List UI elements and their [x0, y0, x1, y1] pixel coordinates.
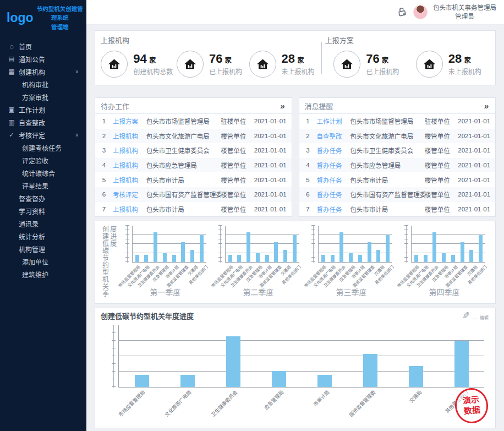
y-tick: [112, 363, 116, 364]
task-type-link[interactable]: 自查整改: [317, 132, 350, 140]
chevron-down-icon: ∨: [75, 132, 79, 138]
date: 2021-01-01: [254, 162, 292, 168]
y-tick: [125, 239, 129, 239]
annual-title: 创建低碳节约型机关年度进度: [101, 310, 194, 321]
y-tick: [218, 253, 222, 253]
sidebar-item-统计碳综合[interactable]: 统计碳综合: [0, 167, 86, 179]
bar: [442, 253, 446, 262]
stats-divider: [321, 42, 322, 74]
bar: [144, 255, 148, 262]
messages-card-head: 消息提醒 »: [299, 98, 496, 114]
task-type-link[interactable]: 督办任务: [317, 161, 350, 170]
task-type-link[interactable]: 上报机构: [113, 146, 146, 155]
sidebar-item-机构管理[interactable]: 机构管理: [0, 243, 86, 255]
bar: [317, 375, 332, 387]
messages-more-icon[interactable]: »: [484, 101, 489, 111]
y-tick: [125, 248, 129, 248]
sidebar-item-学习资料[interactable]: 学习资料: [0, 205, 86, 217]
table-row: 3上报机构包头市卫生健康委员会楼管单位2021-01-01: [95, 143, 292, 158]
task-type-link[interactable]: 上报方案: [113, 117, 146, 126]
row-index: 6: [299, 191, 317, 198]
task-type-link[interactable]: 督办任务: [317, 146, 350, 155]
user-org: 包头市机关事务管理局: [433, 3, 496, 12]
sidebar-item-机构审批[interactable]: 机构审批: [0, 78, 86, 91]
demo-stamp-line2: 数据: [463, 405, 481, 417]
bar: [454, 341, 469, 387]
task-type-link[interactable]: 工作计划: [317, 117, 350, 126]
y-tick: [112, 325, 116, 325]
y-tick: [404, 234, 408, 235]
sidebar-item-自查整改[interactable]: ▥自查整改: [0, 116, 86, 129]
sidebar-item-建筑维护[interactable]: 建筑维护: [0, 268, 86, 281]
stat-item: 28 家未上报机构: [407, 51, 490, 78]
lock-icon[interactable]: [396, 6, 409, 19]
sidebar-item-通讯录[interactable]: 通讯录: [0, 217, 86, 230]
bar: [180, 375, 195, 387]
bar: [414, 255, 418, 262]
y-tick: [125, 225, 129, 226]
sidebar-item-创建考核任务[interactable]: 创建考核任务: [0, 141, 86, 154]
building-icon: [256, 58, 269, 70]
user-info[interactable]: 包头市机关事务管理局 管理员: [433, 3, 496, 21]
stat-value: 76: [366, 52, 379, 66]
edit-button[interactable]: ✎ ... 编辑: [462, 311, 489, 320]
sidebar-item-label: 统计碳综合: [22, 168, 55, 178]
task-type-link[interactable]: 上报机构: [113, 205, 146, 214]
date: 2021-01-01: [254, 177, 292, 183]
sidebar-item-方案审批[interactable]: 方案审批: [0, 91, 86, 103]
sidebar-item-考核评定[interactable]: ✓考核评定∨: [0, 129, 86, 141]
y-tick: [311, 248, 315, 248]
stat-label: 已上报机构: [366, 67, 399, 76]
sidebar-nav: ⌂首页▤通知公告▦创建机构∨机构审批方案审批▣工作计划▥自查整改✓考核评定∨创建…: [0, 40, 86, 281]
org-name: 包头市卫生健康委员会: [146, 146, 221, 155]
sidebar-item-label: 通讯录: [19, 219, 39, 228]
task-type-link[interactable]: 考核评定: [113, 190, 146, 199]
org-name: 包头市应急管理局: [350, 161, 425, 170]
sidebar-item-label: 创建机构: [19, 67, 45, 77]
chart-caption: 第一季度: [121, 286, 210, 297]
unit-type: 驻楼单位: [221, 117, 254, 126]
sidebar-item-督查督办[interactable]: 督查督办: [0, 192, 86, 205]
sidebar-item-首页[interactable]: ⌂首页: [0, 40, 86, 53]
sidebar-item-统计分析[interactable]: 统计分析: [0, 230, 86, 243]
task-type-link[interactable]: 上报机构: [113, 176, 146, 184]
stat-label: 未上报机构: [282, 67, 315, 76]
logo[interactable]: logo 节约型机关创建管理系统 管理端: [0, 0, 86, 35]
gridline: [412, 253, 485, 253]
sidebar-item-添加单位[interactable]: 添加单位: [0, 255, 86, 268]
table-row: 6考核评定包头市国有资产监督管理委员楼管单位2021-01-01: [95, 187, 292, 202]
table-row: 5督办任务包头市审计局楼管单位2021-01-01: [299, 172, 496, 187]
sidebar-item-评星结果[interactable]: 评星结果: [0, 179, 86, 192]
y-tick: [125, 243, 129, 244]
task-type-link[interactable]: 督办任务: [317, 205, 350, 214]
sidebar-item-创建机构[interactable]: ▦创建机构∨: [0, 66, 86, 78]
create-org-icon: ▦: [8, 68, 15, 75]
task-type-link[interactable]: 督办任务: [317, 190, 350, 199]
sidebar-item-评定验收[interactable]: 评定验收: [0, 154, 86, 167]
todo-rows: 1上报方案包头市市场监督管理局驻楼单位2021-01-012上报机构包头市文化旅…: [95, 114, 292, 216]
self-check-icon: ▥: [8, 118, 15, 126]
bar: [190, 250, 194, 262]
y-tick: [218, 234, 222, 235]
todo-card-head: 待办工作 »: [95, 98, 292, 114]
stats-card: 上报机构 94 家创建机构总数76 家已上报机构28 家未上报机构 上报方案 7…: [95, 30, 496, 85]
stat-circle: [177, 51, 204, 78]
todo-more-icon[interactable]: »: [280, 101, 284, 111]
task-type-link[interactable]: 上报机构: [113, 161, 146, 170]
sidebar-item-工作计划[interactable]: ▣工作计划: [0, 103, 86, 116]
org-name: 包头市文化旅游广电局: [146, 132, 221, 140]
y-tick: [218, 257, 222, 258]
stat-item: 76 家已上报机构: [173, 51, 246, 78]
table-row: 7督办任务包头市审计局楼管单位2021-01-01: [299, 202, 496, 217]
task-type-link[interactable]: 上报机构: [113, 132, 146, 140]
stat-unit: 家: [149, 57, 156, 64]
sidebar-item-通知公告[interactable]: ▤通知公告: [0, 53, 86, 66]
avatar[interactable]: [413, 5, 428, 19]
bar: [228, 255, 232, 262]
ellipsis-icon: ...: [472, 314, 478, 320]
sidebar-item-label: 评星结果: [22, 181, 48, 190]
system-name: 节约型机关创建管理系统: [37, 6, 83, 21]
x-axis-labels: 市场监督管理局文化旅游广电局卫生健康委员会应急管理局市审计局国资监督管理委交通局…: [318, 263, 396, 286]
table-row: 5上报机构包头市审计局楼管单位2021-01-01: [95, 172, 292, 187]
task-type-link[interactable]: 督办任务: [317, 176, 350, 184]
